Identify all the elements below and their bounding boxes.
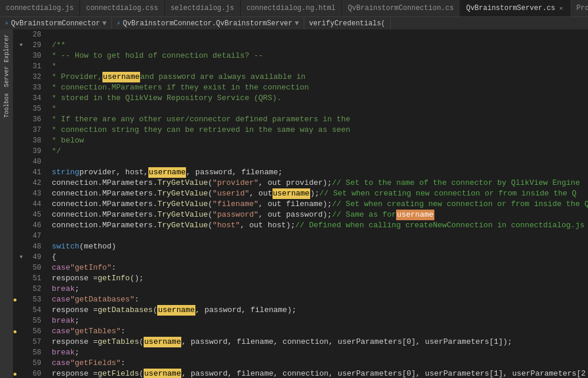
code-line-52: break; [52, 284, 588, 294]
collapse-39 [18, 146, 25, 157]
code-line-45: connection.MParameters.TryGetValue("pass… [52, 210, 588, 220]
indicator-43 [13, 188, 16, 199]
tab-label: connectdialog.css [86, 4, 158, 12]
breadcrumb-connector-label: QvBrainstormConnector [11, 19, 100, 28]
indicator-56 [13, 326, 16, 337]
indicator-52 [13, 284, 16, 294]
collapse-30 [18, 51, 25, 61]
code-line-46: connection.MParameters.TryGetValue("host… [52, 220, 588, 231]
collapse-35 [18, 104, 25, 114]
sidebar: Server Explorer Toolbox [0, 29, 13, 378]
indicator-31 [13, 61, 16, 72]
collapse-41 [18, 167, 25, 178]
indicator-51 [13, 273, 16, 284]
collapse-53 [18, 294, 25, 305]
code-line-60: response = getFields(username, password,… [52, 369, 588, 378]
indicator-41 [13, 167, 16, 178]
indicator-57 [13, 337, 16, 347]
indicator-42 [13, 178, 16, 188]
code-line-59: case "getFields": [52, 358, 588, 369]
line-num-58: 58 [25, 347, 45, 358]
code-line-28 [52, 29, 588, 40]
line-num-60: 60 [25, 369, 45, 378]
line-num-56: 56 [25, 326, 45, 337]
code-line-56: case "getTables": [52, 326, 588, 337]
collapse-36 [18, 114, 25, 125]
indicator-37 [13, 125, 16, 135]
indicator-45 [13, 210, 16, 220]
tab-qvbrainstorm-server-cs[interactable]: QvBrainstormServer.cs ✕ [460, 0, 570, 16]
line-num-37: 37 [25, 125, 45, 135]
code-line-48: switch (method) [52, 241, 588, 252]
tab-qvbrainstorm-connection-cs[interactable]: QvBrainstormConnection.cs [342, 0, 460, 16]
indicator-50 [13, 263, 16, 273]
line-numbers: 28 29 30 31 32 33 34 35 36 37 38 39 40 4… [25, 29, 49, 378]
collapse-57 [18, 337, 25, 347]
line-num-47: 47 [25, 231, 45, 241]
line-num-31: 31 [25, 61, 45, 72]
code-line-33: * connection.MParameters if they exist i… [52, 82, 588, 93]
indicator-59 [13, 358, 16, 369]
line-num-40: 40 [25, 157, 45, 167]
collapse-58 [18, 347, 25, 358]
indicator-46 [13, 220, 16, 231]
collapse-40 [18, 157, 25, 167]
code-line-58: break; [52, 347, 588, 358]
tab-label: selectdialog.js [171, 4, 234, 12]
code-lines[interactable]: /** * -- How to get hold of connection d… [49, 29, 588, 378]
line-num-44: 44 [25, 199, 45, 210]
code-editor: ▼ ▼ [13, 29, 588, 378]
tab-close-button[interactable]: ✕ [558, 4, 564, 12]
collapse-49[interactable]: ▼ [18, 252, 25, 263]
line-num-49: 49 [25, 252, 45, 263]
tab-bar: connectdialog.js connectdialog.css selec… [0, 0, 588, 16]
code-line-34: * stored in the QlikView Repository Serv… [52, 93, 588, 104]
line-num-42: 42 [25, 178, 45, 188]
collapse-29[interactable]: ▼ [18, 40, 25, 51]
tab-connectdialog-js[interactable]: connectdialog.js [0, 0, 80, 16]
line-num-54: 54 [25, 305, 45, 316]
sidebar-item-server-explorer[interactable]: Server Explorer [2, 32, 11, 89]
tab-connectdialog-css[interactable]: connectdialog.css [80, 0, 164, 16]
indicator-30 [13, 51, 16, 61]
breadcrumb-right[interactable]: ⚡ QvBrainstormConnector.QvBrainstormServ… [112, 17, 304, 29]
line-num-50: 50 [25, 263, 45, 273]
line-num-34: 34 [25, 93, 45, 104]
collapse-59 [18, 358, 25, 369]
line-num-33: 33 [25, 82, 45, 93]
code-line-44: connection.MParameters.TryGetValue("file… [52, 199, 588, 210]
code-line-50: case "getInfo": [52, 263, 588, 273]
code-line-53: case "getDatabases": [52, 294, 588, 305]
code-line-49: { [52, 252, 588, 263]
indicator-48 [13, 241, 16, 252]
code-line-30: * -- How to get hold of connection detai… [52, 51, 588, 61]
tab-label: QvBrainstormServer.cs [466, 4, 555, 12]
sidebar-item-toolbox[interactable]: Toolbox [2, 91, 11, 120]
breadcrumb-class-icon: ⚡ [117, 19, 121, 27]
line-num-36: 36 [25, 114, 45, 125]
line-num-29: 29 [25, 40, 45, 51]
line-num-51: 51 [25, 273, 45, 284]
tab-connectdialog-ng-html[interactable]: connectdialog.ng.html [241, 0, 342, 16]
indicator-49 [13, 252, 16, 263]
indicator-54 [13, 305, 16, 316]
indicator-28 [13, 29, 16, 40]
line-num-45: 45 [25, 210, 45, 220]
collapse-34 [18, 93, 25, 104]
breadcrumb-bar: ⚡ QvBrainstormConnector ▼ ⚡ QvBrainstorm… [0, 16, 588, 29]
indicator-53 [13, 294, 16, 305]
indicator-47 [13, 231, 16, 241]
collapse-54 [18, 305, 25, 316]
code-line-55: break; [52, 316, 588, 326]
tab-program-cs[interactable]: Program.cs [570, 0, 588, 16]
breadcrumb-method[interactable]: verifyCredentials( [304, 17, 391, 29]
code-line-31: * [52, 61, 588, 72]
breadcrumb-left[interactable]: ⚡ QvBrainstormConnector ▼ [0, 17, 112, 29]
line-num-55: 55 [25, 316, 45, 326]
collapse-42 [18, 178, 25, 188]
line-num-46: 46 [25, 220, 45, 231]
tab-selectdialog-js[interactable]: selectdialog.js [165, 0, 241, 16]
line-num-52: 52 [25, 284, 45, 294]
line-num-57: 57 [25, 337, 45, 347]
collapse-45 [18, 210, 25, 220]
